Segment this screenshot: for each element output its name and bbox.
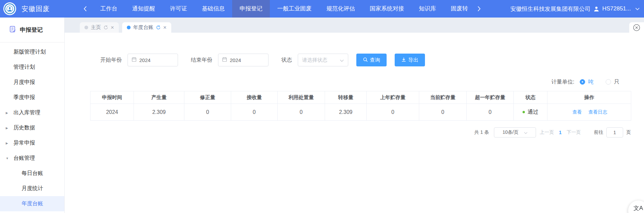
search-icon bbox=[363, 57, 368, 63]
main-nav: 工作台 通知提醒 许可证 基础信息 申报登记 一般工业固废 规范化评估 国家系统… bbox=[93, 0, 475, 18]
cell-status: 通过 bbox=[514, 104, 547, 121]
sidebar-item-abnormal-declaration[interactable]: ▶异常申报 bbox=[0, 135, 64, 151]
col-prev-year-storage: 上年贮存量 bbox=[367, 91, 419, 104]
nav-item-knowledge-base[interactable]: 知识库 bbox=[412, 0, 443, 18]
start-year-input[interactable] bbox=[128, 54, 178, 66]
sidebar-menu: 新版管理计划 管理计划 月度申报 季度申报 ▶出入库管理 ▶历史数据 ▶异常申报… bbox=[0, 44, 64, 211]
page-size-select[interactable]: 10条/页 bbox=[494, 127, 536, 138]
nav-item-license[interactable]: 许可证 bbox=[163, 0, 194, 18]
sidebar-item-new-management-plan[interactable]: 新版管理计划 bbox=[0, 44, 64, 60]
declaration-doc-edit-icon bbox=[9, 26, 16, 34]
table-header-row: 申报时间 产生量 修正量 接收量 利用处置量 转移量 上年贮存量 当前贮存量 超… bbox=[91, 91, 631, 104]
sidebar-item-ledger-management[interactable]: ▼台账管理 bbox=[0, 151, 64, 166]
nav-item-workbench[interactable]: 工作台 bbox=[93, 0, 125, 18]
nav-item-national-system[interactable]: 国家系统对接 bbox=[362, 0, 412, 18]
tab-home-label: 主页 bbox=[91, 24, 101, 31]
view-link[interactable]: 查看 bbox=[572, 109, 582, 115]
col-actions: 操作 bbox=[547, 91, 631, 104]
company-name: 安徽恒生科技发展集团有限公司 bbox=[510, 5, 591, 13]
col-transferred: 转移量 bbox=[325, 91, 367, 104]
end-year-label: 结束年份 bbox=[191, 57, 212, 64]
status-select[interactable]: 请选择状态 bbox=[298, 54, 348, 66]
col-corrected: 修正量 bbox=[184, 91, 231, 104]
user-menu-chevron-down-icon[interactable] bbox=[635, 7, 640, 10]
filter-form: 开始年份 结束年份 状态 请选择状态 bbox=[100, 54, 631, 66]
tab-close-icon[interactable]: × bbox=[163, 25, 167, 30]
nav-item-standardization-assessment[interactable]: 规范化评估 bbox=[319, 0, 362, 18]
sidebar: 申报登记 新版管理计划 管理计划 月度申报 季度申报 ▶出入库管理 ▶历史数据 … bbox=[0, 18, 65, 213]
export-button[interactable]: 导出 bbox=[395, 54, 425, 66]
username[interactable]: HS72851... bbox=[602, 5, 631, 12]
translate-icon: 文A bbox=[634, 204, 643, 213]
sidebar-item-inout-warehouse[interactable]: ▶出入库管理 bbox=[0, 105, 64, 120]
app-logo-icon bbox=[3, 2, 16, 15]
search-button[interactable]: 查询 bbox=[356, 54, 387, 66]
nav-collapse-left-icon[interactable] bbox=[82, 6, 88, 11]
sidebar-item-history-data[interactable]: ▶历史数据 bbox=[0, 120, 64, 135]
tab-close-icon[interactable]: × bbox=[111, 25, 114, 30]
next-page-button[interactable]: 下一页 bbox=[567, 129, 581, 135]
calendar-icon bbox=[222, 57, 227, 63]
main-area: 主页 × 年度台账 × 开始年份 bbox=[65, 18, 644, 213]
goto-page-group: 前往 页 bbox=[594, 127, 631, 138]
calendar-icon bbox=[132, 57, 137, 63]
tab-strip: 主页 × 年度台账 × bbox=[65, 18, 644, 33]
page-content: 开始年份 结束年份 状态 请选择状态 bbox=[65, 33, 644, 213]
end-year-input[interactable] bbox=[218, 54, 269, 66]
col-generated: 产生量 bbox=[134, 91, 184, 104]
nav-item-basic-info[interactable]: 基础信息 bbox=[194, 0, 232, 18]
close-all-tabs-button[interactable] bbox=[629, 22, 644, 33]
download-icon bbox=[401, 57, 406, 63]
col-utilized-disposed: 利用处置量 bbox=[278, 91, 325, 104]
tab-refresh-icon[interactable] bbox=[156, 25, 160, 30]
end-year-value[interactable] bbox=[230, 57, 264, 63]
sidebar-item-management-plan[interactable]: 管理计划 bbox=[0, 60, 64, 75]
cell-corrected: 0 bbox=[184, 104, 231, 121]
current-page-button[interactable]: 1 bbox=[559, 130, 562, 135]
start-year-value[interactable] bbox=[139, 57, 174, 63]
tab-home[interactable]: 主页 × bbox=[80, 22, 119, 33]
unit-radio-piece[interactable]: 只 bbox=[606, 79, 619, 86]
col-status: 状态 bbox=[514, 91, 547, 104]
sidebar-item-monthly-statistics[interactable]: 月度统计 bbox=[0, 181, 64, 196]
col-received: 接收量 bbox=[231, 91, 278, 104]
table-row: 2024 2.309 0 0 0 2.309 0 0 0 通过 bbox=[91, 104, 631, 121]
expand-caret-icon: ▶ bbox=[6, 142, 8, 145]
view-log-link[interactable]: 查看日志 bbox=[588, 109, 607, 115]
status-badge: 通过 bbox=[528, 109, 538, 116]
unit-radio-ton[interactable]: 吨 bbox=[580, 79, 594, 86]
cell-declare-time: 2024 bbox=[91, 104, 134, 121]
col-over-one-year-storage: 超一年贮存量 bbox=[467, 91, 514, 104]
tab-refresh-icon[interactable] bbox=[104, 25, 108, 30]
start-year-label: 开始年份 bbox=[100, 57, 122, 64]
sidebar-item-daily-ledger[interactable]: 每日台账 bbox=[0, 166, 64, 181]
select-chevron-down-icon bbox=[340, 57, 344, 63]
pagination-total: 共 1 条 bbox=[474, 129, 489, 135]
top-navbar: 安徽固废 工作台 通知提醒 许可证 基础信息 申报登记 一般工业固废 规范化评估… bbox=[0, 0, 644, 18]
sidebar-item-annual-ledger-selected[interactable]: 年度台账 bbox=[0, 196, 64, 211]
measure-unit-label: 计量单位: bbox=[551, 79, 574, 86]
nav-item-waste-transfer-truncated[interactable]: 固废转 bbox=[443, 0, 475, 18]
cell-actions: 查看 查看日志 bbox=[547, 104, 631, 121]
prev-page-button[interactable]: 上一页 bbox=[540, 129, 554, 135]
goto-page-input[interactable] bbox=[606, 127, 623, 138]
select-chevron-down-icon bbox=[524, 130, 528, 135]
measure-unit-row: 计量单位: 吨 只 bbox=[90, 79, 631, 85]
expand-caret-icon: ▶ bbox=[6, 111, 8, 115]
tab-annual-ledger-active[interactable]: 年度台账 × bbox=[122, 22, 171, 33]
sidebar-item-monthly-declaration[interactable]: 月度申报 bbox=[0, 75, 64, 90]
sidebar-item-quarterly-declaration[interactable]: 季度申报 bbox=[0, 90, 64, 105]
nav-item-declaration-active[interactable]: 申报登记 bbox=[232, 0, 270, 18]
sidebar-title: 申报登记 bbox=[20, 26, 43, 34]
tab-status-dot bbox=[84, 26, 88, 29]
tab-annual-ledger-label: 年度台账 bbox=[133, 24, 153, 31]
nav-item-notifications[interactable]: 通知提醒 bbox=[125, 0, 163, 18]
cell-over-one-year-storage: 0 bbox=[467, 104, 514, 121]
radio-unselected-icon[interactable] bbox=[606, 79, 611, 85]
radio-selected-icon[interactable] bbox=[580, 79, 585, 85]
cell-utilized-disposed: 0 bbox=[278, 104, 325, 121]
nav-scroll-right-icon[interactable] bbox=[475, 6, 483, 11]
status-select-placeholder: 请选择状态 bbox=[302, 57, 327, 63]
nav-item-general-industrial-waste[interactable]: 一般工业固废 bbox=[270, 0, 319, 18]
app-title: 安徽固废 bbox=[22, 4, 50, 13]
